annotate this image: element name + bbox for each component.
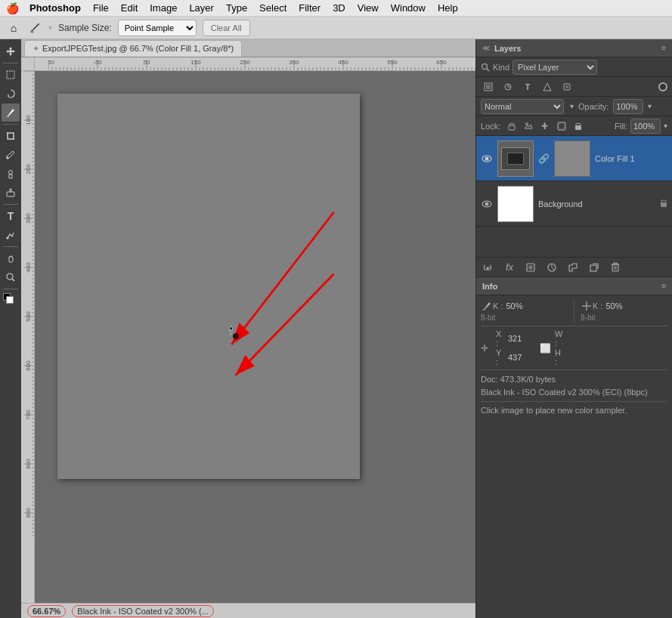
sampler1-bit: 8-bit bbox=[481, 314, 568, 322]
clear-all-button[interactable]: Clear All bbox=[203, 20, 250, 36]
tool-lasso[interactable] bbox=[2, 85, 20, 103]
lock-row: Lock: Fill: ▾ bbox=[476, 116, 672, 136]
status-bar: 66.67% Black Ink - ISO Coated v2 300% (.… bbox=[21, 603, 475, 618]
info-panel: Info ≡ K : 50% 8-bit bbox=[476, 277, 672, 618]
menu-select[interactable]: Select bbox=[255, 1, 291, 15]
tool-crop[interactable] bbox=[2, 127, 20, 145]
link-layers-button[interactable] bbox=[481, 260, 496, 275]
menu-help[interactable]: Help bbox=[433, 1, 463, 15]
menu-window[interactable]: Window bbox=[386, 1, 430, 15]
delete-layer-button[interactable] bbox=[608, 260, 623, 275]
menu-bar: 🍎 Photoshop File Edit Image Layer Type S… bbox=[0, 0, 672, 17]
svg-rect-1 bbox=[7, 71, 14, 79]
svg-rect-22 bbox=[509, 125, 515, 130]
tool-eraser[interactable] bbox=[2, 184, 20, 202]
layers-panel-menu-icon[interactable]: ≡ bbox=[661, 44, 666, 52]
layer-thumb-color-fill bbox=[497, 141, 534, 177]
filter-smart-icon[interactable] bbox=[559, 80, 574, 94]
layer-name-color-fill: Color Fill 1 bbox=[595, 154, 667, 163]
canvas-area: ✦ ExportJPEGTest.jpg @ 66.7% (Color Fill… bbox=[21, 39, 475, 618]
sampler1-icon bbox=[481, 300, 493, 312]
menu-photoshop[interactable]: Photoshop bbox=[25, 1, 85, 15]
lock-image-icon[interactable] bbox=[522, 119, 535, 133]
layers-panel-header: ≪ Layers ≡ bbox=[476, 39, 672, 57]
kind-select[interactable]: Pixel Layer Adjustment Layer Type Layer … bbox=[513, 60, 597, 75]
layers-empty-space bbox=[476, 227, 672, 257]
layers-bottom-bar: fx bbox=[476, 257, 672, 277]
layers-panel-title: Layers bbox=[494, 44, 657, 53]
menu-filter[interactable]: Filter bbox=[294, 1, 325, 15]
layer-row-background[interactable]: Background bbox=[476, 181, 672, 227]
tool-move[interactable] bbox=[2, 42, 20, 60]
apple-menu[interactable]: 🍎 bbox=[6, 2, 19, 14]
tool-text[interactable]: T bbox=[2, 207, 20, 225]
layer-group-button[interactable] bbox=[565, 260, 581, 275]
layers-panel: ≪ Layers ≡ Kind Pixel Layer Adjustment L… bbox=[476, 39, 672, 277]
filter-type-icon[interactable]: T bbox=[520, 80, 535, 94]
ruler-corner bbox=[21, 57, 35, 71]
sample-size-select[interactable]: Point Sample 3 by 3 Average 5 by 5 Avera… bbox=[118, 20, 197, 36]
svg-point-6 bbox=[7, 237, 9, 239]
filter-pixel-icon[interactable] bbox=[481, 80, 496, 94]
layer-mask-color-fill bbox=[554, 141, 590, 177]
svg-point-7 bbox=[7, 273, 13, 280]
lock-transparency-icon[interactable] bbox=[505, 119, 519, 133]
document-layer bbox=[57, 94, 360, 479]
layers-search-icon bbox=[481, 63, 490, 72]
layer-thumb-background bbox=[497, 186, 534, 222]
menu-file[interactable]: File bbox=[88, 1, 113, 15]
svg-rect-24 bbox=[558, 122, 565, 130]
collapse-panels-icon[interactable]: ≪ bbox=[482, 44, 490, 52]
tool-zoom[interactable] bbox=[2, 268, 20, 286]
fill-input[interactable] bbox=[630, 119, 661, 134]
svg-point-32 bbox=[528, 265, 533, 270]
ruler-horizontal bbox=[35, 57, 475, 71]
layer-fx-button[interactable]: fx bbox=[502, 260, 517, 275]
layer-row-color-fill[interactable]: 🔗 Color Fill 1 bbox=[476, 136, 672, 181]
sampler2-bit: 8-bit bbox=[581, 314, 667, 322]
info-separator3 bbox=[481, 401, 667, 402]
info-doc: Doc: 473.3K/0 bytes Black Ink - ISO Coat… bbox=[481, 373, 667, 398]
menu-3d[interactable]: 3D bbox=[328, 1, 350, 15]
fg-bg-colors[interactable] bbox=[2, 292, 20, 310]
layer-visibility-color-fill[interactable] bbox=[481, 153, 493, 165]
new-layer-button[interactable] bbox=[587, 260, 602, 275]
workspace: T ✦ ExportJPEGTest.jpg @ 66.7% (Color Fi… bbox=[0, 39, 672, 618]
layer-visibility-background[interactable] bbox=[481, 198, 493, 210]
options-bar: ⌂ ▾ Sample Size: Point Sample 3 by 3 Ave… bbox=[0, 17, 672, 39]
document-tab[interactable]: ✦ ExportJPEGTest.jpg @ 66.7% (Color Fill… bbox=[24, 40, 242, 57]
svg-line-8 bbox=[12, 279, 14, 281]
tool-hand[interactable] bbox=[2, 249, 20, 267]
blend-mode-row: Normal Multiply Screen Overlay ▾ Opacity… bbox=[476, 97, 672, 116]
tool-marquee[interactable] bbox=[2, 66, 20, 84]
layer-adjustment-button[interactable] bbox=[544, 260, 559, 275]
opacity-label: Opacity: bbox=[578, 102, 609, 111]
lock-position-icon[interactable] bbox=[538, 119, 552, 133]
layer-mask-button[interactable] bbox=[523, 260, 538, 275]
filter-adjustment-icon[interactable] bbox=[500, 80, 516, 94]
tool-eyedropper[interactable] bbox=[2, 104, 20, 122]
tool-path-select[interactable] bbox=[2, 226, 20, 244]
lock-all-icon[interactable] bbox=[571, 119, 585, 133]
filter-shape-icon[interactable] bbox=[540, 80, 555, 94]
menu-layer[interactable]: Layer bbox=[184, 1, 218, 15]
x-label: X : bbox=[496, 329, 505, 348]
menu-view[interactable]: View bbox=[353, 1, 383, 15]
svg-rect-38 bbox=[482, 309, 485, 311]
menu-image[interactable]: Image bbox=[145, 1, 181, 15]
filter-toggle[interactable] bbox=[658, 82, 667, 91]
info-panel-menu[interactable]: ≡ bbox=[661, 282, 666, 290]
canvas-scroll-area[interactable] bbox=[35, 71, 475, 618]
crosshair-icon: ✛ bbox=[481, 343, 493, 354]
opacity-input[interactable] bbox=[613, 99, 643, 114]
menu-type[interactable]: Type bbox=[221, 1, 252, 15]
lock-artboard-icon[interactable] bbox=[555, 119, 568, 133]
tool-brush[interactable] bbox=[2, 146, 20, 164]
menu-edit[interactable]: Edit bbox=[116, 1, 142, 15]
layer-link-icon: 🔗 bbox=[538, 153, 550, 164]
info-hint: Click image to place new color sampler. bbox=[481, 405, 667, 416]
tool-clone[interactable] bbox=[2, 165, 20, 183]
blend-mode-select[interactable]: Normal Multiply Screen Overlay bbox=[481, 99, 564, 114]
home-icon[interactable]: ⌂ bbox=[6, 20, 21, 36]
y-label: Y : bbox=[496, 348, 505, 366]
